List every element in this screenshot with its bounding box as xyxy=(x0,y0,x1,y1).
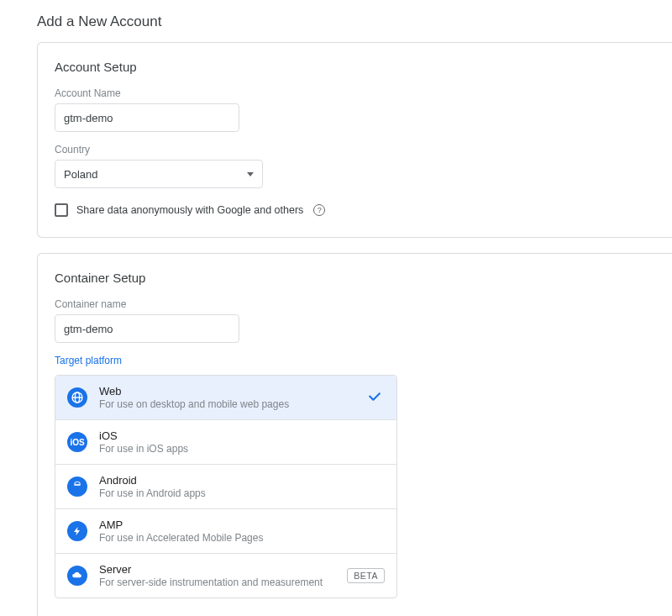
amp-icon xyxy=(67,521,87,541)
cloud-icon xyxy=(67,566,87,586)
share-data-row: Share data anonymously with Google and o… xyxy=(55,203,655,217)
platform-list: Web For use on desktop and mobile web pa… xyxy=(55,375,397,598)
container-name-input[interactable] xyxy=(55,314,239,343)
platform-name: AMP xyxy=(99,519,385,531)
platform-name: Android xyxy=(99,474,385,487)
svg-rect-3 xyxy=(75,485,81,486)
platform-name: iOS xyxy=(99,429,385,442)
container-setup-card: Container Setup Container name Target pl… xyxy=(37,253,672,616)
platform-item-android[interactable]: Android For use in Android apps xyxy=(55,465,396,509)
share-checkbox-label: Share data anonymously with Google and o… xyxy=(76,204,303,216)
container-setup-heading: Container Setup xyxy=(55,271,655,285)
platform-desc: For server-side instrumentation and meas… xyxy=(99,577,340,588)
platform-item-ios[interactable]: iOS iOS For use in iOS apps xyxy=(55,420,396,465)
platform-item-web[interactable]: Web For use on desktop and mobile web pa… xyxy=(55,376,396,420)
country-label: Country xyxy=(55,144,655,155)
help-icon[interactable]: ? xyxy=(313,204,325,216)
svg-point-5 xyxy=(78,482,79,483)
check-icon xyxy=(366,388,383,408)
container-name-label: Container name xyxy=(55,298,655,310)
globe-icon xyxy=(67,387,87,408)
account-name-input[interactable] xyxy=(55,103,239,132)
page-title: Add a New Account xyxy=(37,13,672,30)
chevron-down-icon xyxy=(247,172,254,176)
android-icon xyxy=(67,476,87,497)
target-platform-label: Target platform xyxy=(55,355,655,366)
platform-desc: For use in Accelerated Mobile Pages xyxy=(99,532,385,544)
svg-point-4 xyxy=(76,482,76,483)
platform-name: Web xyxy=(99,385,385,398)
platform-desc: For use on desktop and mobile web pages xyxy=(99,398,385,410)
account-setup-heading: Account Setup xyxy=(55,60,655,74)
country-selected-value: Poland xyxy=(64,168,97,181)
beta-badge: BETA xyxy=(347,568,385,583)
account-setup-card: Account Setup Account Name Country Polan… xyxy=(37,42,672,238)
platform-name: Server xyxy=(99,563,340,576)
share-checkbox[interactable] xyxy=(55,203,68,217)
platform-desc: For use in iOS apps xyxy=(99,443,385,455)
ios-icon: iOS xyxy=(67,432,87,452)
account-name-label: Account Name xyxy=(55,87,655,99)
platform-item-amp[interactable]: AMP For use in Accelerated Mobile Pages xyxy=(55,509,396,554)
platform-item-server[interactable]: Server For server-side instrumentation a… xyxy=(55,554,396,598)
platform-desc: For use in Android apps xyxy=(99,487,385,499)
country-select[interactable]: Poland xyxy=(55,160,263,188)
